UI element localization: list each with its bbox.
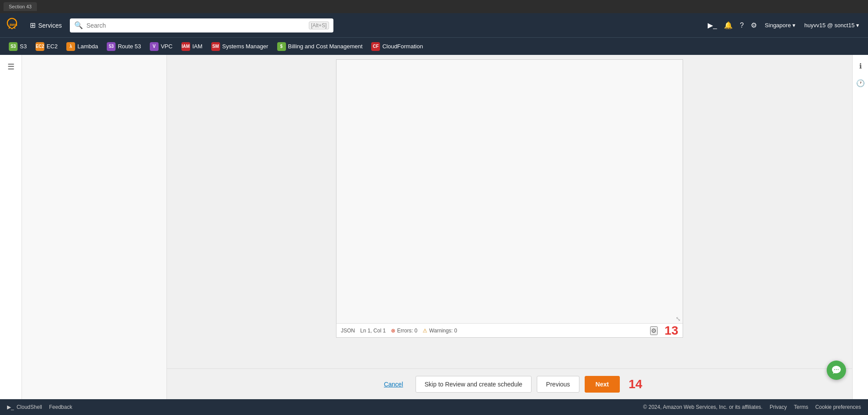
browser-tab-label: Section 43 <box>9 4 32 9</box>
aws-top-nav: aws ⊞ Services 🔍 [Alt+S] ▶_ 🔔 ? ⚙ Singap… <box>0 13 868 37</box>
sidebar-item-vpc[interactable]: V VPC <box>146 40 176 53</box>
question-icon: ? <box>740 22 744 29</box>
cursor-position: Ln 1, Col 1 <box>360 328 386 334</box>
copyright-text: © 2024, Amazon Web Services, Inc. or its… <box>643 404 763 410</box>
bell-icon: 🔔 <box>724 21 733 29</box>
cloudshell-icon: ▶_ <box>7 404 14 410</box>
json-editor[interactable] <box>336 60 683 323</box>
main-layout: ☰ ⤡ JSON Ln 1, Col 1 ⊗ <box>0 55 868 399</box>
lambda-icon: λ <box>66 42 75 51</box>
warning-icon: ⚠ <box>423 328 427 334</box>
editor-warnings: ⚠ Warnings: 0 <box>423 328 457 334</box>
sidebar-toggle-button[interactable]: ☰ <box>5 59 17 74</box>
search-shortcut: [Alt+S] <box>309 22 329 29</box>
nav-icons: ▶_ 🔔 ? ⚙ Singapore ▾ huyvv15 @ sonct15 ▾ <box>705 18 863 32</box>
annotation-14: 14 <box>629 377 642 391</box>
footer: ▶_ CloudShell Feedback © 2024, Amazon We… <box>0 399 868 415</box>
grid-icon: ⊞ <box>30 21 36 29</box>
sidebar-item-cloudformation[interactable]: CF CloudFormation <box>368 40 427 53</box>
billing-icon: $ <box>277 42 286 51</box>
resize-handle[interactable]: ⤡ <box>676 315 681 322</box>
route53-label: Route 53 <box>118 43 141 50</box>
sidebar-item-lambda[interactable]: λ Lambda <box>63 40 101 53</box>
svg-point-2 <box>836 369 837 370</box>
cookie-link[interactable]: Cookie preferences <box>815 404 861 410</box>
services-bar: S3 S3 EC2 EC2 λ Lambda 53 Route 53 V VPC… <box>0 37 868 55</box>
privacy-link[interactable]: Privacy <box>770 404 787 410</box>
cloudshell-label: CloudShell <box>17 404 42 410</box>
billing-label: Billing and Cost Management <box>288 43 363 50</box>
feedback-link[interactable]: Feedback <box>49 404 72 410</box>
sidebar-item-billing[interactable]: $ Billing and Cost Management <box>274 40 366 53</box>
browser-tab-bar: Section 43 <box>0 0 868 13</box>
cancel-button[interactable]: Cancel <box>377 377 410 391</box>
right-panel: ℹ 🕐 <box>852 55 868 399</box>
footer-left: ▶_ CloudShell Feedback <box>7 404 72 410</box>
errors-label: Errors: 0 <box>397 328 417 334</box>
search-icon: 🔍 <box>74 21 83 29</box>
cloudformation-icon: CF <box>371 42 380 51</box>
systems-manager-label: Systems Manager <box>222 43 268 50</box>
format-label: JSON <box>341 328 355 334</box>
aws-logo[interactable]: aws <box>5 17 22 34</box>
svg-point-1 <box>834 369 835 370</box>
history-icon-button[interactable]: 🕐 <box>854 76 868 90</box>
previous-button[interactable]: Previous <box>537 376 579 393</box>
search-bar: 🔍 [Alt+S] <box>70 18 333 32</box>
footer-right: © 2024, Amazon Web Services, Inc. or its… <box>643 404 861 410</box>
sidebar-item-iam[interactable]: IAM IAM <box>178 40 206 53</box>
error-icon: ⊗ <box>391 328 395 334</box>
user-menu-button[interactable]: huyvv15 @ sonct15 ▾ <box>801 19 863 31</box>
cloudformation-label: CloudFormation <box>382 43 423 50</box>
editor-format: JSON <box>341 328 355 334</box>
vpc-label: VPC <box>161 43 173 50</box>
user-label: huyvv15 @ sonct15 <box>804 22 854 29</box>
settings-button[interactable]: ⚙ <box>748 18 760 32</box>
sidebar-item-route53[interactable]: 53 Route 53 <box>103 40 145 53</box>
sidebar-item-systems-manager[interactable]: SM Systems Manager <box>208 40 272 53</box>
browser-tab[interactable]: Section 43 <box>4 2 37 11</box>
skip-to-review-button[interactable]: Skip to Review and create schedule <box>416 376 532 393</box>
ec2-icon: EC2 <box>36 42 44 51</box>
cloudshell-icon-button[interactable]: ▶_ <box>705 18 720 32</box>
region-selector[interactable]: Singapore ▾ <box>761 19 799 31</box>
systems-manager-icon: SM <box>211 42 220 51</box>
services-label: Services <box>38 22 62 29</box>
s3-icon: S3 <box>9 42 18 51</box>
main-content: ⤡ JSON Ln 1, Col 1 ⊗ Errors: 0 ⚠ <box>167 55 852 368</box>
terms-link[interactable]: Terms <box>794 404 808 410</box>
support-button[interactable]: ? <box>737 19 746 32</box>
search-input[interactable] <box>87 22 305 29</box>
editor-body: ⤡ <box>336 60 683 323</box>
ec2-label: EC2 <box>47 43 58 50</box>
ai-chat-button[interactable] <box>827 361 846 380</box>
route53-icon: 53 <box>107 42 116 51</box>
content-wrapper: ⤡ JSON Ln 1, Col 1 ⊗ Errors: 0 ⚠ <box>167 55 852 399</box>
svg-text:aws: aws <box>10 22 18 26</box>
left-panel <box>22 55 167 399</box>
gear-icon: ⚙ <box>751 21 757 29</box>
iam-icon: IAM <box>181 42 190 51</box>
next-button[interactable]: Next <box>585 376 620 393</box>
editor-statusbar: JSON Ln 1, Col 1 ⊗ Errors: 0 ⚠ Warnings:… <box>336 323 683 337</box>
editor-container: ⤡ JSON Ln 1, Col 1 ⊗ Errors: 0 ⚠ <box>336 59 683 338</box>
annotation-13: 13 <box>665 324 678 338</box>
iam-label: IAM <box>192 43 203 50</box>
vpc-icon: V <box>150 42 159 51</box>
info-icon-button[interactable]: ℹ <box>857 59 864 73</box>
s3-label: S3 <box>20 43 27 50</box>
sidebar-item-ec2[interactable]: EC2 EC2 <box>32 40 61 53</box>
lambda-label: Lambda <box>77 43 98 50</box>
region-label: Singapore <box>765 22 791 29</box>
editor-settings-button[interactable]: ⚙ <box>650 326 658 335</box>
warnings-label: Warnings: 0 <box>429 328 457 334</box>
action-bar: Cancel Skip to Review and create schedul… <box>167 368 852 399</box>
sidebar-toggle: ☰ <box>0 55 22 399</box>
cloudshell-footer-button[interactable]: ▶_ CloudShell <box>7 404 42 410</box>
editor-cursor: Ln 1, Col 1 <box>360 328 386 334</box>
services-menu-button[interactable]: ⊞ Services <box>26 18 65 32</box>
editor-errors: ⊗ Errors: 0 <box>391 328 417 334</box>
sidebar-item-s3[interactable]: S3 S3 <box>5 40 30 53</box>
svg-point-3 <box>838 369 839 370</box>
notifications-button[interactable]: 🔔 <box>721 18 735 32</box>
